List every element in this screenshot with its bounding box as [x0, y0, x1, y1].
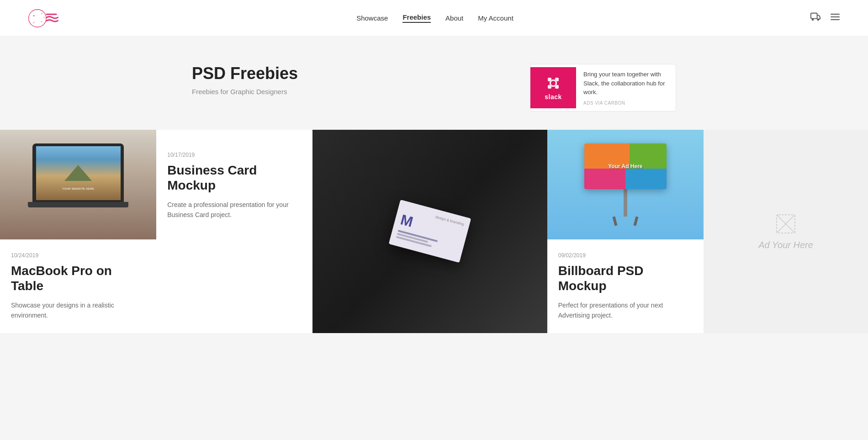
card-billboard[interactable]: Your Ad Here 09/02/2019 Billboard PSD Mo… [547, 130, 704, 334]
card-billboard-desc: Perfect for presentations of your next A… [558, 300, 693, 321]
svg-rect-15 [548, 85, 551, 89]
billboard-board: Your Ad Here [584, 143, 667, 189]
card-billboard-date: 09/02/2019 [558, 252, 693, 259]
svg-rect-14 [555, 78, 559, 81]
header-icons [810, 11, 841, 25]
svg-point-9 [818, 19, 819, 21]
nav-freebies[interactable]: Freebies [402, 13, 431, 23]
svg-rect-7 [811, 13, 817, 19]
billboard-ad-text: Your Ad Here [608, 163, 642, 169]
nav-showcase[interactable]: Showcase [356, 14, 388, 22]
logo[interactable]: M O C K N [27, 5, 59, 32]
billboard-base [614, 217, 637, 226]
ad-logo: slack [530, 67, 576, 108]
ad-placeholder-icon [774, 212, 797, 235]
svg-text:K: K [41, 20, 42, 22]
card-bizcard[interactable]: 10/17/2019 Business Card Mockup Create a… [156, 130, 312, 334]
bizcard-mockup-image: design & branding M [312, 130, 547, 334]
bizcard-mockup: design & branding M [389, 200, 471, 263]
billboard-foot-left [612, 216, 617, 226]
slack-logo-icon [545, 75, 561, 91]
cart-icon[interactable] [810, 12, 820, 24]
bizcard-image-panel: design & branding M [312, 130, 547, 334]
billboard-foot-right [633, 216, 638, 226]
ad-banner[interactable]: slack Bring your team together with Slac… [530, 64, 676, 111]
ad-description: Bring your team together with Slack, the… [583, 70, 668, 97]
svg-point-19 [551, 81, 556, 85]
svg-rect-16 [555, 85, 559, 89]
svg-point-8 [812, 19, 814, 21]
billboard-structure: Your Ad Here [584, 143, 667, 226]
hero-section: PSD Freebies Freebies for Graphic Design… [164, 37, 704, 130]
card-macbook-body: 10/24/2019 MacBook Pro on Table Showcase… [0, 239, 156, 334]
card-bizcard-date: 10/17/2019 [167, 152, 302, 158]
card-bizcard-title: Business Card Mockup [167, 163, 302, 193]
card-macbook-title: MacBook Pro on Table [11, 263, 145, 294]
ad-via: ADS VIA CARBON [583, 101, 668, 106]
card-billboard-image: Your Ad Here [547, 130, 704, 239]
sidebar-ad-text: Ad Your Here [758, 240, 813, 250]
svg-text:M: M [33, 14, 35, 16]
page-subtitle: Freebies for Graphic Designers [192, 88, 298, 95]
nav-my-account[interactable]: My Account [478, 14, 513, 22]
bb-blue-section [625, 169, 667, 189]
svg-rect-13 [548, 78, 551, 81]
card-macbook[interactable]: YOUR WEBSITE HERE 10/24/2019 MacBook Pro… [0, 130, 156, 334]
ad-content: Bring your team together with Slack, the… [576, 64, 676, 111]
hero-text: PSD Freebies Freebies for Graphic Design… [192, 64, 298, 95]
card-bizcard-desc: Create a professional presentation for y… [167, 200, 302, 220]
cards-section: YOUR WEBSITE HERE 10/24/2019 MacBook Pro… [0, 130, 868, 334]
card-billboard-body: 09/02/2019 Billboard PSD Mockup Perfect … [547, 239, 704, 334]
page-title: PSD Freebies [192, 64, 298, 83]
card-macbook-image: YOUR WEBSITE HERE [0, 130, 156, 239]
nav-about[interactable]: About [445, 14, 463, 22]
svg-text:O: O [41, 12, 43, 15]
billboard-pole [624, 189, 627, 217]
bb-pink-section [584, 169, 625, 189]
card-macbook-date: 10/24/2019 [11, 252, 145, 259]
card-billboard-title: Billboard PSD Mockup [558, 263, 693, 294]
sidebar-ad-content: Ad Your Here [758, 212, 813, 250]
sidebar-ad[interactable]: Ad Your Here [704, 130, 868, 334]
menu-icon[interactable] [830, 11, 841, 25]
macbook-screen-label: YOUR WEBSITE HERE [62, 187, 94, 190]
card-bizcard-body: 10/17/2019 Business Card Mockup Create a… [156, 130, 312, 334]
main-nav: Showcase Freebies About My Account [356, 13, 513, 23]
svg-text:C: C [43, 16, 45, 19]
svg-text:N: N [33, 21, 34, 23]
card-macbook-desc: Showcase your designs in a realistic env… [11, 300, 145, 321]
